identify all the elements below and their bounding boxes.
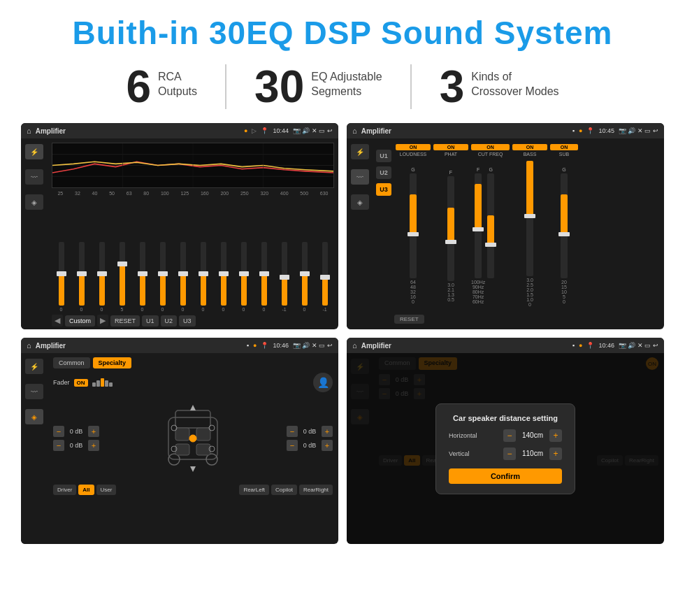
eq-slider-6: 0	[173, 242, 192, 312]
eq-prev-btn[interactable]: ◀	[52, 315, 63, 327]
fader-main: Common Specialty Fader ON	[48, 353, 338, 544]
dlg-rec-icon: ▪	[572, 342, 575, 349]
fader-fl-vol: 0 dB	[66, 428, 86, 435]
dlg-time: 10:46	[598, 342, 614, 349]
dialog-horizontal-plus[interactable]: +	[549, 429, 562, 442]
eq-u2-btn[interactable]: U2	[161, 315, 178, 327]
xo-u2-btn[interactable]: U2	[376, 166, 391, 179]
fader-filter-icon[interactable]: ⚡	[25, 359, 43, 374]
eq-filter-icon[interactable]: ⚡	[25, 144, 43, 159]
fader-rr-plus[interactable]: +	[322, 440, 333, 451]
fader-home-icon: ⌂	[27, 341, 31, 350]
screenshots-grid: ⌂ Amplifier ● ▷ 📍 10:44 📷 🔊 ✕ ▭ ↩ ⚡ 〰 ◈	[21, 123, 664, 544]
xo-home-icon: ⌂	[352, 127, 357, 135]
dialog-vertical-label: Vertical	[449, 450, 499, 457]
fader-fl-plus[interactable]: +	[88, 426, 99, 437]
eq-custom-btn[interactable]: Custom	[65, 315, 95, 327]
dialog-vertical-minus[interactable]: −	[503, 447, 516, 460]
dialog-horizontal-value: 140cm	[520, 431, 545, 439]
eq-u3-btn[interactable]: U3	[179, 315, 196, 327]
fader-profile-icon[interactable]: 👤	[313, 373, 333, 392]
fader-rl-plus[interactable]: +	[88, 440, 99, 451]
svg-point-14	[189, 435, 196, 442]
dialog-horizontal-minus[interactable]: −	[503, 429, 516, 442]
eq-u1-btn[interactable]: U1	[142, 315, 159, 327]
eq-slider-0: 0	[52, 242, 71, 312]
xo-rec-icon: ▪	[572, 127, 575, 134]
dialog-vertical-plus[interactable]: +	[549, 447, 562, 460]
eq-slider-13: -1	[315, 242, 334, 312]
svg-rect-12	[175, 444, 189, 455]
eq-slider-8: 0	[214, 242, 233, 312]
fader-rearleft-btn[interactable]: RearLeft	[239, 485, 269, 495]
svg-rect-7	[175, 410, 210, 428]
stat-text-eq: EQ Adjustable Segments	[311, 64, 382, 99]
fader-wave-icon[interactable]: 〰	[25, 384, 43, 399]
eq-play-icon: ▷	[252, 127, 257, 134]
fader-screen: ⌂ Amplifier ▪ ● 📍 10:46 📷 🔊 ✕ ▭ ↩ ⚡ 〰 ◈ …	[21, 338, 338, 544]
eq-slider-9: 0	[234, 242, 253, 312]
eq-freq-labels: 2532405063 80100125160200 25032040050063…	[52, 191, 334, 196]
eq-sidebar: ⚡ 〰 ◈	[21, 138, 48, 329]
eq-content: ⚡ 〰 ◈	[21, 138, 338, 329]
xo-vol-icon[interactable]: ◈	[351, 194, 369, 210]
fader-bars	[92, 378, 113, 387]
xo-wave-icon[interactable]: 〰	[351, 169, 369, 185]
svg-rect-11	[196, 428, 210, 440]
confirm-button[interactable]: Confirm	[449, 468, 562, 484]
fader-copilot-btn[interactable]: Copilot	[271, 485, 297, 495]
eq-wave-icon[interactable]: 〰	[25, 169, 43, 185]
xo-u3-btn[interactable]: U3	[376, 183, 391, 196]
fader-vol-icon[interactable]: ◈	[25, 409, 43, 424]
svg-point-16	[209, 425, 215, 431]
fader-rearright-btn[interactable]: RearRight	[299, 485, 333, 495]
svg-rect-13	[196, 444, 210, 455]
stats-row: 6 RCA Outputs 30 EQ Adjustable Segments …	[21, 64, 664, 109]
eq-app-name: Amplifier	[36, 127, 240, 135]
xo-status-bar: ⌂ Amplifier ▪ ● 📍 10:45 📷 🔊 ✕ ▭ ↩	[347, 123, 664, 138]
fader-app-name: Amplifier	[36, 342, 243, 350]
fader-all-btn[interactable]: All	[78, 485, 94, 495]
eq-time: 10:44	[273, 127, 289, 134]
fader-rr-minus[interactable]: −	[287, 440, 298, 451]
xo-location-icon: 📍	[586, 127, 594, 134]
xo-reset-btn[interactable]: RESET	[394, 315, 424, 324]
fader-rec-icon: ▪	[247, 342, 249, 349]
crossover-screen: ⌂ Amplifier ▪ ● 📍 10:45 📷 🔊 ✕ ▭ ↩ ⚡ 〰 ◈	[347, 123, 664, 329]
eq-next-btn[interactable]: ▶	[97, 315, 108, 327]
eq-bottom-bar: ◀ Custom ▶ RESET U1 U2 U3	[52, 315, 334, 327]
fader-fr-plus[interactable]: +	[322, 426, 333, 437]
fader-user-btn[interactable]: User	[96, 485, 117, 495]
svg-point-15	[171, 425, 177, 431]
dlg-dot-icon: ●	[579, 342, 582, 349]
xo-filter-icon[interactable]: ⚡	[351, 144, 369, 159]
fader-rr-vol: 0 dB	[300, 442, 319, 449]
dialog-horizontal-row: Horizontal − 140cm +	[449, 429, 562, 442]
dialog-box: Car speaker distance setting Horizontal …	[435, 403, 575, 494]
xo-app-name: Amplifier	[361, 127, 568, 135]
eq-dot-icon: ●	[244, 127, 247, 134]
fader-common-tab[interactable]: Common	[53, 357, 90, 368]
eq-reset-btn[interactable]: RESET	[110, 315, 140, 327]
eq-sliders-row: 0 0 0 5	[52, 199, 334, 312]
fader-specialty-tab[interactable]: Specialty	[93, 357, 132, 368]
fader-fr-minus[interactable]: −	[287, 426, 298, 437]
stat-text-crossover: Kinds of Crossover Modes	[471, 64, 558, 99]
fader-icons: 📷 🔊 ✕ ▭ ↩	[293, 342, 333, 349]
fader-rl-minus[interactable]: −	[53, 440, 64, 451]
stat-eq: 30 EQ Adjustable Segments	[226, 64, 412, 109]
eq-slider-7: 0	[194, 242, 212, 312]
eq-vol-icon[interactable]: ◈	[25, 194, 43, 210]
dlg-home-icon: ⌂	[352, 341, 357, 350]
stat-number-crossover: 3	[440, 64, 465, 109]
fader-fl-minus[interactable]: −	[53, 426, 64, 437]
xo-u1-btn[interactable]: U1	[376, 150, 391, 162]
stat-number-eq: 30	[254, 64, 304, 109]
xo-main: U1 U2 U3 ON LOUDNESS	[373, 138, 664, 329]
eq-slider-4: 0	[133, 242, 152, 312]
eq-location-icon: 📍	[261, 127, 268, 134]
eq-slider-2: 0	[92, 242, 111, 312]
eq-slider-5: 0	[153, 242, 172, 312]
fader-driver-btn[interactable]: Driver	[53, 485, 76, 495]
fader-content: ⚡ 〰 ◈ Common Specialty Fader ON	[21, 353, 338, 544]
